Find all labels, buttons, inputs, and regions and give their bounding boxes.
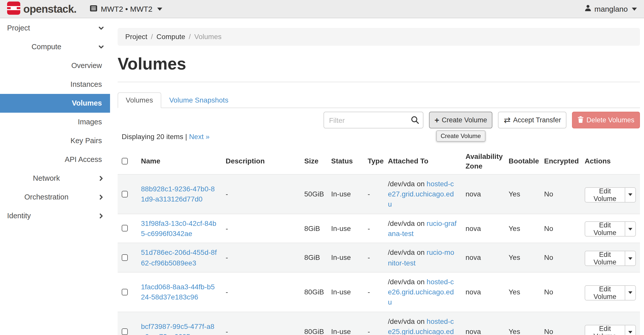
edit-volume-button[interactable]: Edit Volume bbox=[585, 286, 625, 300]
context-switcher-label: MWT2 • MWT2 bbox=[101, 5, 152, 13]
chevron-down-icon bbox=[632, 7, 637, 10]
caret-down-icon bbox=[628, 292, 632, 294]
volumes-table: NameDescriptionSizeStatusTypeAttached To… bbox=[118, 149, 640, 335]
row-action-split-button: Edit Volume bbox=[585, 187, 636, 202]
volume-description-cell: - bbox=[222, 312, 300, 335]
sidebar-item-network[interactable]: Network bbox=[0, 169, 110, 188]
horizon-dashboard: openstack. MWT2 • MWT2 manglano bbox=[0, 0, 644, 335]
row-checkbox-cell bbox=[118, 214, 137, 243]
chevron-right-icon bbox=[98, 213, 104, 219]
column-header-name: Name bbox=[137, 149, 222, 174]
volume-status-cell: In-use bbox=[327, 174, 364, 214]
volumes-table-body: 88b928c1-9236-47b0-81d9-a313126d77d0 - 5… bbox=[118, 174, 640, 335]
next-page-link[interactable]: Next » bbox=[189, 132, 210, 141]
row-actions-dropdown-toggle[interactable] bbox=[625, 325, 635, 335]
column-header-description: Description bbox=[222, 149, 300, 174]
volume-status-cell: In-use bbox=[327, 312, 364, 335]
row-actions-dropdown-toggle[interactable] bbox=[625, 222, 635, 236]
sidebar-item-volumes[interactable]: Volumes bbox=[0, 94, 110, 113]
sidebar-item-overview[interactable]: Overview bbox=[0, 56, 110, 75]
sidebar-item-identity[interactable]: Identity bbox=[0, 207, 110, 225]
breadcrumb-item-project[interactable]: Project bbox=[125, 32, 147, 41]
volume-status-cell: In-use bbox=[327, 243, 364, 272]
volume-description-cell: - bbox=[222, 272, 300, 312]
edit-volume-button[interactable]: Edit Volume bbox=[585, 251, 625, 265]
plus-icon: + bbox=[435, 116, 439, 124]
sidebar-item-compute[interactable]: Compute bbox=[0, 38, 110, 56]
volume-name-link[interactable]: 88b928c1-9236-47b0-81d9-a313126d77d0 bbox=[141, 184, 218, 204]
caret-down-icon bbox=[628, 193, 632, 196]
table-toolbar: + Create Volume Create Volume ⇄ Accept T… bbox=[118, 108, 640, 149]
user-menu[interactable]: manglano bbox=[585, 5, 637, 13]
sidebar-item-images[interactable]: Images bbox=[0, 113, 110, 131]
volume-status-cell: In-use bbox=[327, 214, 364, 243]
table-row: 88b928c1-9236-47b0-81d9-a313126d77d0 - 5… bbox=[118, 174, 640, 214]
chevron-right-icon bbox=[98, 176, 104, 181]
row-actions-dropdown-toggle[interactable] bbox=[625, 251, 635, 265]
edit-volume-button[interactable]: Edit Volume bbox=[585, 188, 625, 202]
volume-name-link[interactable]: 31f98fa3-13c0-42cf-84b5-c6996f0342ae bbox=[141, 218, 218, 239]
volume-actions-cell: Edit Volume bbox=[581, 312, 640, 335]
top-header-bar: openstack. MWT2 • MWT2 manglano bbox=[0, 0, 644, 18]
volume-name-link[interactable]: bcf73987-99c5-477f-a8a6-aa72ac0095ac bbox=[141, 321, 218, 335]
select-all-header-cell bbox=[118, 149, 137, 174]
volume-encrypted-cell: No bbox=[540, 272, 581, 312]
filter-field-wrap bbox=[324, 112, 423, 128]
pagination-separator: | bbox=[185, 132, 187, 141]
filter-input[interactable] bbox=[324, 112, 423, 128]
volume-description-cell: - bbox=[222, 174, 300, 214]
volume-name-link[interactable]: 1facd068-8aa3-44fb-b524-58d37e183c96 bbox=[141, 282, 218, 302]
volume-actions-cell: Edit Volume bbox=[581, 272, 640, 312]
row-checkbox-cell bbox=[118, 174, 137, 214]
sidebar-item-orchestration[interactable]: Orchestration bbox=[0, 188, 110, 207]
row-action-split-button: Edit Volume bbox=[585, 251, 636, 266]
project-context-switcher[interactable]: MWT2 • MWT2 bbox=[90, 5, 162, 13]
row-actions-dropdown-toggle[interactable] bbox=[625, 286, 635, 300]
sidebar-item-key-pairs[interactable]: Key Pairs bbox=[0, 131, 110, 150]
row-checkbox[interactable] bbox=[122, 289, 128, 295]
table-row: bcf73987-99c5-477f-a8a6-aa72ac0095ac - 8… bbox=[118, 312, 640, 335]
create-volume-button[interactable]: + Create Volume bbox=[429, 112, 493, 128]
tab-bar: Volumes Volume Snapshots bbox=[118, 92, 640, 108]
edit-volume-button[interactable]: Edit Volume bbox=[585, 222, 625, 236]
attached-device-text: /dev/vda on bbox=[388, 248, 427, 257]
column-header-bootable: Bootable bbox=[505, 149, 540, 174]
chevron-down-icon bbox=[157, 7, 162, 10]
list-icon bbox=[90, 5, 97, 13]
row-checkbox[interactable] bbox=[122, 225, 128, 232]
volume-az-cell: nova bbox=[461, 174, 505, 214]
chevron-down-icon bbox=[98, 44, 104, 50]
openstack-logo-icon bbox=[7, 2, 20, 16]
volume-actions-cell: Edit Volume bbox=[581, 243, 640, 272]
row-action-split-button: Edit Volume bbox=[585, 285, 636, 300]
volume-encrypted-cell: No bbox=[540, 312, 581, 335]
volume-type-cell: - bbox=[364, 174, 384, 214]
row-checkbox[interactable] bbox=[122, 254, 128, 261]
openstack-brand[interactable]: openstack. bbox=[7, 2, 76, 16]
volume-size-cell: 50GiB bbox=[300, 174, 327, 214]
row-checkbox[interactable] bbox=[122, 328, 128, 335]
attached-device-text: /dev/vda on bbox=[388, 219, 427, 227]
search-icon[interactable] bbox=[411, 116, 419, 124]
sidebar-item-api-access[interactable]: API Access bbox=[0, 150, 110, 169]
tab-volumes[interactable]: Volumes bbox=[118, 92, 161, 108]
column-header-status: Status bbox=[327, 149, 364, 174]
sidebar-item-project[interactable]: Project bbox=[0, 19, 110, 38]
breadcrumb-item-compute[interactable]: Compute bbox=[156, 32, 185, 41]
row-checkbox[interactable] bbox=[122, 191, 128, 197]
volume-name-link[interactable]: 51d786ec-206d-455d-8f62-cf96b5089ee3 bbox=[141, 247, 218, 268]
toolbar-actions: + Create Volume Create Volume ⇄ Accept T… bbox=[324, 112, 640, 128]
row-actions-dropdown-toggle[interactable] bbox=[625, 188, 635, 202]
accept-transfer-button[interactable]: ⇄ Accept Transfer bbox=[498, 112, 567, 128]
volume-attached-cell: /dev/vda on hosted-ce26.grid.uchicago.ed… bbox=[384, 272, 461, 312]
create-volume-tooltip: Create Volume bbox=[436, 130, 486, 142]
sidebar-item-instances[interactable]: Instances bbox=[0, 75, 110, 94]
caret-down-icon bbox=[628, 228, 632, 230]
edit-volume-button[interactable]: Edit Volume bbox=[585, 325, 625, 335]
row-checkbox-cell bbox=[118, 243, 137, 272]
tab-volume-snapshots[interactable]: Volume Snapshots bbox=[161, 92, 237, 108]
volume-actions-cell: Edit Volume bbox=[581, 214, 640, 243]
attached-device-text: /dev/vda on bbox=[388, 278, 427, 286]
select-all-checkbox[interactable] bbox=[122, 158, 128, 165]
delete-volumes-button[interactable]: Delete Volumes bbox=[572, 112, 640, 128]
